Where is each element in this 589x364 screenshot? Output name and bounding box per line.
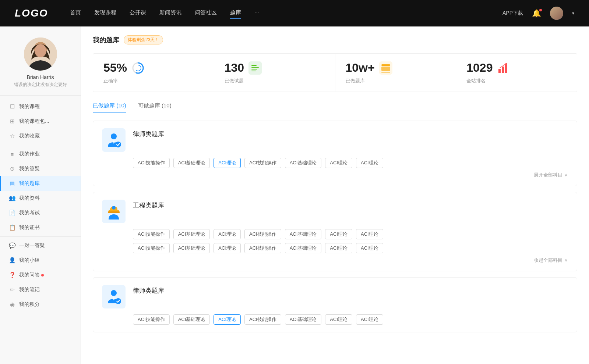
user-avatar — [24, 38, 57, 71]
tag-eng-r2-6[interactable]: ACI理论 — [356, 243, 383, 253]
sidebar-item-my-points[interactable]: ◉ 我的积分 — [0, 297, 81, 312]
tag-eng-5[interactable]: ACI理论 — [325, 229, 352, 239]
stat-label-ranking: 全站排名 — [466, 78, 567, 84]
sidebar-label-my-question-bank: 我的题库 — [19, 180, 40, 187]
sidebar-label-one-on-one: 一对一答疑 — [19, 242, 45, 249]
user-profile: Brian Harris 错误的决定比没有决定要好 — [0, 34, 81, 96]
tag-lawyer-1-3[interactable]: ACI技能操作 — [244, 158, 281, 168]
question-bank-icon: ▤ — [9, 180, 15, 187]
tag-eng-3[interactable]: ACI技能操作 — [244, 229, 281, 239]
tag-lawyer2-4[interactable]: ACI基础理论 — [285, 314, 322, 325]
qbank-title-lawyer-2: 律师类题库 — [133, 285, 164, 295]
svg-point-24 — [112, 206, 116, 210]
questions-dot — [41, 274, 44, 276]
qbank-tags-lawyer-2: ACI技能操作 ACI基础理论 ACI理论 ACI技能操作 ACI基础理论 AC… — [133, 314, 568, 325]
tag-lawyer-1-2[interactable]: ACI理论 — [214, 158, 241, 168]
sidebar-item-one-on-one[interactable]: 💬 一对一答疑 — [0, 238, 81, 253]
tag-eng-r2-1[interactable]: ACI基础理论 — [173, 243, 210, 253]
qbank-card-lawyer-2: 律师类题库 ACI技能操作 ACI基础理论 ACI理论 ACI技能操作 ACI基… — [93, 277, 577, 332]
tag-lawyer-1-6[interactable]: ACI理论 — [356, 158, 383, 168]
tag-eng-6[interactable]: ACI理论 — [356, 229, 383, 239]
tag-lawyer-1-5[interactable]: ACI理论 — [325, 158, 352, 168]
stat-ranking: 1029 全站排名 — [456, 54, 577, 92]
nav-news[interactable]: 新闻资讯 — [159, 9, 181, 18]
sidebar-item-my-course-packs[interactable]: ⊞ 我的课程包... — [0, 114, 81, 129]
logo: LOGO — [15, 7, 48, 19]
nav-discover[interactable]: 发现课程 — [94, 9, 116, 18]
svg-point-5 — [135, 65, 141, 71]
stat-top-done-banks: 10w+ — [346, 61, 446, 75]
tag-eng-r2-3[interactable]: ACI技能操作 — [244, 243, 281, 253]
tag-eng-r2-2[interactable]: ACI理论 — [214, 243, 241, 253]
lawyer-svg-2 — [106, 289, 122, 305]
sidebar-item-my-group[interactable]: 👤 我的小组 — [0, 253, 81, 268]
user-name: Brian Harris — [27, 74, 54, 80]
tag-eng-1[interactable]: ACI基础理论 — [173, 229, 210, 239]
sidebar-item-my-favorites[interactable]: ☆ 我的收藏 — [0, 129, 81, 143]
tabs-row: 已做题库 (10) 可做题库 (10) — [93, 102, 577, 113]
nav-open-course[interactable]: 公开课 — [130, 9, 146, 18]
tag-eng-2[interactable]: ACI理论 — [214, 229, 241, 239]
sidebar-item-my-homework[interactable]: ≡ 我的作业 — [0, 147, 81, 161]
favorites-icon: ☆ — [9, 133, 15, 139]
tag-lawyer2-2[interactable]: ACI理论 — [214, 314, 241, 325]
sidebar-item-my-qa[interactable]: ⊙ 我的答疑 — [0, 161, 81, 176]
qbank-title-lawyer-1: 律师类题库 — [133, 128, 164, 138]
svg-point-18 — [505, 63, 507, 64]
qbank-expand-engineer[interactable]: 收起全部科目 ∧ — [102, 257, 568, 264]
stat-top-ranking: 1029 — [466, 61, 567, 75]
qbank-expand-lawyer-1[interactable]: 展开全部科目 ∨ — [102, 172, 568, 178]
points-icon: ◉ — [9, 301, 15, 308]
sidebar-item-my-certificates[interactable]: 📋 我的证书 — [0, 220, 81, 235]
user-dropdown-arrow[interactable]: ▾ — [572, 11, 574, 16]
app-download-button[interactable]: APP下载 — [502, 10, 523, 17]
notes-icon: ✏ — [9, 286, 15, 293]
tag-eng-r2-5[interactable]: ACI理论 — [325, 243, 352, 253]
qbank-header-lawyer-2: 律师类题库 — [102, 285, 568, 308]
sidebar-item-my-data[interactable]: 👥 我的资料 — [0, 191, 81, 206]
divider-1 — [0, 145, 81, 145]
tab-available-banks[interactable]: 可做题库 (10) — [138, 102, 172, 113]
tag-lawyer2-6[interactable]: ACI理论 — [356, 314, 383, 325]
tag-eng-4[interactable]: ACI基础理论 — [285, 229, 322, 239]
sidebar-item-my-notes[interactable]: ✏ 我的笔记 — [0, 282, 81, 297]
content-area: 我的题库 体验剩余23天！ 55% 正确率 — [81, 26, 589, 364]
sidebar-item-my-question-bank[interactable]: ▤ 我的题库 — [0, 176, 81, 191]
tag-eng-0[interactable]: ACI技能操作 — [133, 229, 170, 239]
qa-icon: ⊙ — [9, 165, 15, 172]
tag-lawyer-1-0[interactable]: ACI技能操作 — [133, 158, 170, 168]
svg-rect-15 — [498, 69, 501, 73]
nav-question-bank[interactable]: 题库 — [230, 9, 241, 18]
svg-rect-10 — [251, 71, 256, 71]
ranking-icon — [497, 61, 510, 75]
user-motto: 错误的决定比没有决定要好 — [14, 82, 67, 88]
sidebar-item-my-exams[interactable]: 📄 我的考试 — [0, 206, 81, 220]
tab-done-banks[interactable]: 已做题库 (10) — [93, 102, 126, 113]
svg-rect-6 — [248, 61, 262, 75]
tag-eng-r2-0[interactable]: ACI技能操作 — [133, 243, 170, 253]
tag-eng-r2-4[interactable]: ACI基础理论 — [285, 243, 322, 253]
tag-lawyer2-3[interactable]: ACI技能操作 — [244, 314, 281, 325]
svg-rect-12 — [381, 64, 390, 66]
homework-icon: ≡ — [9, 151, 15, 157]
qbank-card-engineer: 工程类题库 ACI技能操作 ACI基础理论 ACI理论 ACI技能操作 ACI基… — [93, 192, 577, 271]
nav-qa[interactable]: 问答社区 — [195, 9, 217, 18]
header: LOGO 首页 发现课程 公开课 新闻资讯 问答社区 题库 ··· APP下载 … — [0, 0, 589, 26]
svg-rect-13 — [381, 67, 390, 71]
sidebar-item-my-questions[interactable]: ❓ 我的问答 — [0, 268, 81, 282]
qbank-icon-lawyer-2 — [102, 285, 126, 308]
sidebar-label-my-courses: 我的课程 — [19, 103, 40, 110]
notification-bell[interactable]: 🔔 — [532, 9, 541, 18]
tag-lawyer-1-4[interactable]: ACI基础理论 — [285, 158, 322, 168]
tag-lawyer2-1[interactable]: ACI基础理论 — [173, 314, 210, 325]
user-avatar-header[interactable] — [550, 7, 563, 20]
sidebar-item-my-courses[interactable]: ☐ 我的课程 — [0, 99, 81, 114]
tag-lawyer-1-1[interactable]: ACI基础理论 — [173, 158, 210, 168]
svg-rect-23 — [108, 211, 120, 213]
tag-lawyer2-0[interactable]: ACI技能操作 — [133, 314, 170, 325]
nav-home[interactable]: 首页 — [70, 9, 81, 18]
data-icon: 👥 — [9, 195, 15, 201]
tag-lawyer2-5[interactable]: ACI理论 — [325, 314, 352, 325]
accuracy-chart-icon — [131, 61, 145, 75]
nav-more[interactable]: ··· — [254, 9, 259, 18]
